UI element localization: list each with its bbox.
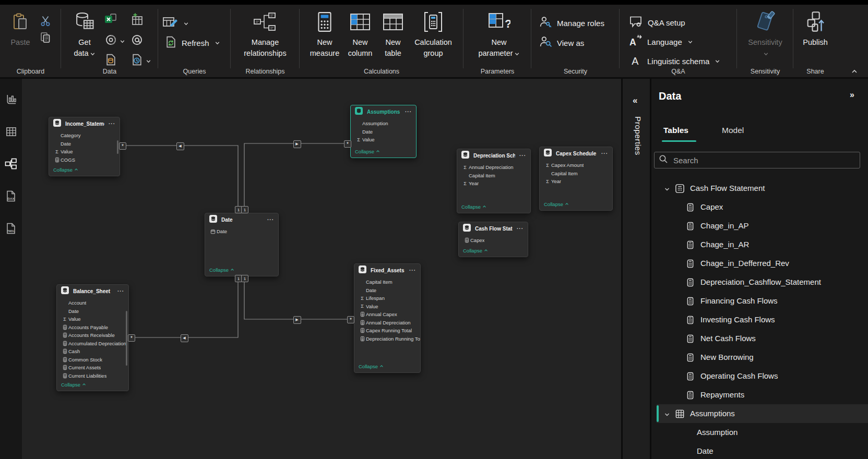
field-row-date[interactable]: Date [354,286,420,295]
new-table-import-button[interactable] [130,14,144,28]
recent-sources-button[interactable] [130,54,144,67]
collapse-table-button[interactable]: Collapse [544,201,569,207]
more-options-button[interactable]: ··· [117,289,124,294]
collapse-data-pane-button[interactable]: » [850,90,854,100]
field-row-assumption[interactable]: Assumption [351,119,416,128]
field-row-cogs[interactable]: COGS [49,156,120,164]
field-row-current-liabilities[interactable]: Current Liabilities [57,372,128,380]
collapse-table-button[interactable]: Collapse [359,364,384,369]
expand-properties-button[interactable]: « [633,95,637,106]
tree-item-investing-cash-flows[interactable]: Investing Cash Flows [657,310,868,329]
collapse-table-button[interactable]: Collapse [53,167,78,173]
field-row-value[interactable]: ΣValue [49,148,120,156]
more-options-button[interactable]: ··· [405,110,412,115]
sidebar-item-tmdl-view[interactable]: TMDL [5,223,17,236]
card-scrollbar[interactable] [126,311,127,366]
new-table-button[interactable]: Newtable [378,9,408,59]
field-row-value[interactable]: ΣValue [354,303,420,311]
tab-model[interactable]: Model [722,126,744,135]
onelake-hub-button[interactable] [104,34,117,47]
card-scrollbar[interactable] [117,140,118,154]
linguistic-schema-button[interactable]: A Linguistic schema [629,53,720,69]
excel-workbook-button[interactable] [104,14,117,28]
tree-item-chage-in-ar[interactable]: Chage_in_AR [657,235,868,254]
table-card-header[interactable]: Depreciation Schedule··· [457,149,530,162]
more-options-button[interactable]: ··· [519,153,526,159]
more-options-button[interactable]: ··· [109,122,115,127]
field-row-capital-item[interactable]: Capital Item [354,278,420,286]
table-card-header[interactable]: Cash Flow Statement··· [459,222,528,235]
tree-item-financing-cash-flows[interactable]: Financing Cash Flows [657,292,868,310]
language-button[interactable]: A Language [629,34,693,50]
field-row-common-stock[interactable]: Common Stock [57,356,128,364]
tree-item-depreciation-cashflow-statement[interactable]: Depreciation_Cashflow_Statement [657,273,868,292]
model-table-card-balance-sheet[interactable]: Balance_Sheet···AccountDateΣValueAccount… [56,284,129,391]
tree-item-capex[interactable]: Capex [657,198,868,216]
tree-item-net-cash-flows[interactable]: Net Cash Flows [657,329,868,348]
field-row-date[interactable]: Date [49,140,120,148]
tree-item-assumption[interactable]: Assumption [657,423,868,442]
tree-item-operating-cash-flows[interactable]: Operating Cash Flows [657,367,868,385]
model-table-card-fixed-assets[interactable]: Fixed_Assets···Capital ItemDateΣLifespan… [354,263,421,373]
sidebar-item-model-view[interactable] [5,159,17,171]
field-row-annual-capex[interactable]: Annual Capex [354,310,420,319]
copy-button[interactable] [39,32,52,45]
tree-item-chage-in-ap[interactable]: Chage_in_AP [657,216,868,235]
publish-button[interactable]: Publish [798,9,833,48]
model-table-card-income-statement[interactable]: Income_Statement···CategoryDateΣValueCOG… [49,117,120,176]
sensitivity-button[interactable]: Sensitivity [744,9,786,58]
table-card-header[interactable]: Assumptions··· [351,105,416,118]
field-row-accumulated-depreciation[interactable]: Accumulated Depreciation [57,340,128,348]
tree-item-cash-flow-statement[interactable]: Cash Flow Statement [657,179,868,198]
new-measure-button[interactable]: Newmeasure [307,9,342,59]
new-parameter-button[interactable]: ? New parameter [478,9,520,59]
tree-item-repayments[interactable]: Repayments [657,385,868,404]
sidebar-item-report-view[interactable] [5,94,17,106]
field-row-depreciation-running-total[interactable]: Depreciation Running Total [354,335,420,343]
field-row-cash[interactable]: Cash [57,347,128,356]
field-row-value[interactable]: ΣValue [57,315,128,323]
calculation-group-button[interactable]: Calculationgroup [410,9,456,59]
model-table-card-capex-schedule[interactable]: Capex Schedule···ΣCapex AmountCapital It… [539,147,613,211]
table-card-header[interactable]: Fixed_Assets··· [354,264,420,277]
field-row-lifespan[interactable]: ΣLifespan [354,294,420,303]
table-card-header[interactable]: Balance_Sheet··· [57,285,128,298]
field-row-year[interactable]: ΣYear [457,179,530,188]
transform-data-button[interactable] [162,16,189,31]
model-table-card-assumptions[interactable]: Assumptions···AssumptionDateΣValueCollap… [350,105,417,158]
tree-item-chage-in-defferred-rev[interactable]: Chage_in_Defferred_Rev [657,254,868,273]
field-row-category[interactable]: Category [49,131,120,140]
more-options-button[interactable]: ··· [517,226,524,232]
field-row-annual-depreciation[interactable]: ΣAnnual Depreciation [457,163,530,172]
table-card-header[interactable]: Income_Statement··· [49,117,120,130]
more-options-button[interactable]: ··· [267,218,274,223]
sidebar-item-table-view[interactable] [5,126,17,139]
collapse-table-button[interactable]: Collapse [461,204,486,210]
manage-roles-button[interactable]: Manage roles [539,15,604,31]
field-row-capex-amount[interactable]: ΣCapex Amount [540,161,612,170]
sql-server-button[interactable] [104,54,117,67]
new-column-button[interactable]: Newcolumn [343,9,377,59]
get-data-button[interactable]: Get data [68,9,101,59]
refresh-button[interactable]: Refresh [164,35,220,50]
field-row-account[interactable]: Account [57,299,128,307]
tree-item-assumptions[interactable]: Assumptions [657,404,868,423]
more-options-button[interactable]: ··· [409,268,416,273]
model-table-card-cash-flow-statement[interactable]: Cash Flow Statement···CapexCollapse [458,222,528,257]
tab-tables[interactable]: Tables [663,126,688,135]
collapse-table-button[interactable]: Collapse [61,382,86,388]
table-card-header[interactable]: Capex Schedule··· [540,147,612,160]
field-row-accounts-payable[interactable]: Accounts Payable [57,323,128,332]
field-row-date[interactable]: Date [351,128,416,136]
tree-item-new-borrowing[interactable]: New Borrowing [657,348,868,367]
properties-panel-title[interactable]: Properties [633,116,643,155]
field-row-capital-item[interactable]: Capital Item [457,172,530,180]
cut-button[interactable] [39,15,52,29]
paste-button[interactable]: Paste [7,9,33,48]
field-row-date[interactable]: Date [57,307,128,316]
field-row-current-assets[interactable]: Current Assets [57,364,128,372]
field-row-capex-running-total[interactable]: Capex Running Total [354,327,420,335]
manage-relationships-button[interactable]: Manage relationships [239,9,291,59]
field-row-capex[interactable]: Capex [459,236,528,245]
dataverse-button[interactable] [130,34,144,47]
